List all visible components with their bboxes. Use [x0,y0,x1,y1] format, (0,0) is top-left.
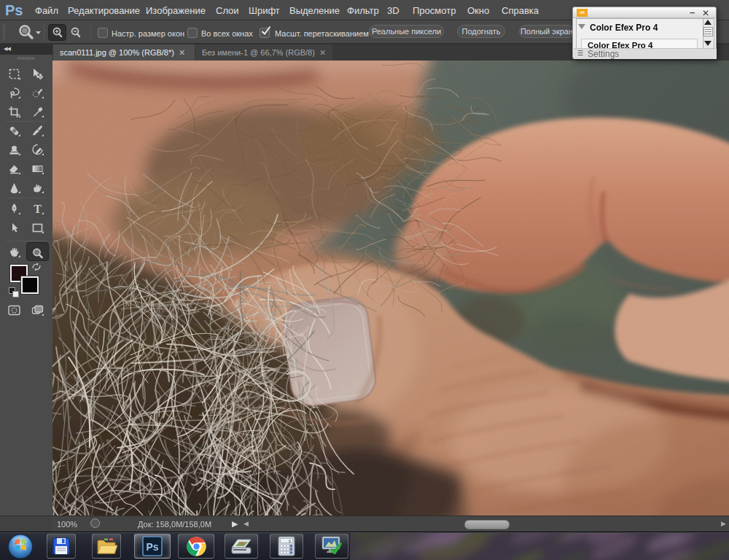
svg-text:Ps: Ps [146,541,158,553]
svg-text:T: T [34,203,42,215]
svg-text:0: 0 [289,540,291,544]
